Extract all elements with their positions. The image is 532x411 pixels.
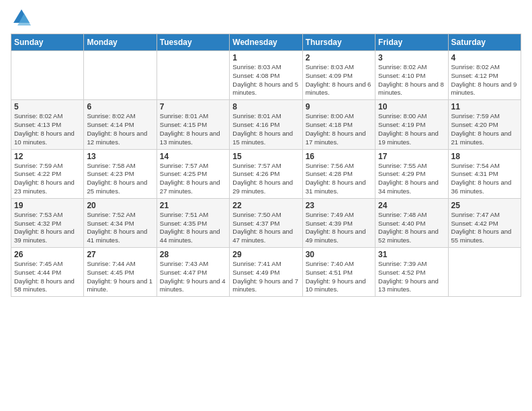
day-info: Sunrise: 7:56 AMSunset: 4:28 PMDaylight:… (306, 162, 372, 196)
weekday-header-saturday: Saturday (448, 34, 521, 51)
calendar-cell: 20Sunrise: 7:52 AMSunset: 4:34 PMDayligh… (84, 198, 157, 247)
day-info: Sunrise: 8:02 AMSunset: 4:10 PMDaylight:… (378, 63, 445, 97)
day-info: Sunrise: 7:45 AMSunset: 4:44 PMDaylight:… (14, 260, 81, 294)
day-info: Sunrise: 7:55 AMSunset: 4:29 PMDaylight:… (378, 162, 445, 196)
day-number: 1 (232, 53, 299, 62)
calendar-cell: 21Sunrise: 7:51 AMSunset: 4:35 PMDayligh… (157, 198, 229, 247)
day-number: 4 (451, 53, 518, 62)
calendar-cell: 27Sunrise: 7:44 AMSunset: 4:45 PMDayligh… (84, 248, 157, 297)
day-number: 9 (306, 102, 372, 111)
calendar-cell (448, 248, 521, 297)
weekday-header-friday: Friday (375, 34, 448, 51)
day-info: Sunrise: 7:49 AMSunset: 4:39 PMDaylight:… (306, 211, 372, 245)
calendar-cell: 23Sunrise: 7:49 AMSunset: 4:39 PMDayligh… (302, 198, 375, 247)
logo-icon (11, 7, 32, 28)
day-info: Sunrise: 7:53 AMSunset: 4:32 PMDaylight:… (14, 211, 81, 245)
day-number: 15 (232, 152, 299, 161)
weekday-header-sunday: Sunday (11, 34, 84, 51)
calendar-cell: 11Sunrise: 7:59 AMSunset: 4:20 PMDayligh… (448, 100, 521, 149)
weekday-header-tuesday: Tuesday (157, 34, 229, 51)
day-number: 26 (14, 250, 81, 259)
week-row-4: 19Sunrise: 7:53 AMSunset: 4:32 PMDayligh… (11, 198, 521, 247)
calendar-cell: 2Sunrise: 8:03 AMSunset: 4:09 PMDaylight… (302, 51, 375, 100)
day-number: 28 (160, 250, 226, 259)
calendar-cell: 31Sunrise: 7:39 AMSunset: 4:52 PMDayligh… (375, 248, 448, 297)
calendar-cell: 16Sunrise: 7:56 AMSunset: 4:28 PMDayligh… (302, 149, 375, 198)
day-number: 12 (14, 152, 81, 161)
calendar-cell: 29Sunrise: 7:41 AMSunset: 4:49 PMDayligh… (230, 248, 302, 297)
header (11, 7, 521, 28)
day-number: 31 (378, 250, 445, 259)
page: SundayMondayTuesdayWednesdayThursdayFrid… (0, 0, 532, 411)
day-info: Sunrise: 8:01 AMSunset: 4:15 PMDaylight:… (160, 112, 226, 146)
day-number: 10 (378, 102, 445, 111)
calendar-cell: 28Sunrise: 7:43 AMSunset: 4:47 PMDayligh… (157, 248, 229, 297)
day-info: Sunrise: 8:00 AMSunset: 4:19 PMDaylight:… (378, 112, 445, 146)
day-number: 21 (160, 201, 226, 210)
weekday-row: SundayMondayTuesdayWednesdayThursdayFrid… (11, 34, 521, 51)
day-number: 16 (306, 152, 372, 161)
calendar-cell (84, 51, 157, 100)
calendar-cell (11, 51, 84, 100)
day-info: Sunrise: 7:47 AMSunset: 4:42 PMDaylight:… (451, 211, 518, 245)
day-info: Sunrise: 8:02 AMSunset: 4:13 PMDaylight:… (14, 112, 81, 146)
week-row-5: 26Sunrise: 7:45 AMSunset: 4:44 PMDayligh… (11, 248, 521, 297)
day-info: Sunrise: 7:57 AMSunset: 4:26 PMDaylight:… (232, 162, 299, 196)
calendar-cell: 13Sunrise: 7:58 AMSunset: 4:23 PMDayligh… (84, 149, 157, 198)
day-info: Sunrise: 7:43 AMSunset: 4:47 PMDaylight:… (160, 260, 226, 294)
day-info: Sunrise: 8:01 AMSunset: 4:16 PMDaylight:… (232, 112, 299, 146)
calendar-cell: 6Sunrise: 8:02 AMSunset: 4:14 PMDaylight… (84, 100, 157, 149)
day-number: 5 (14, 102, 81, 111)
day-number: 23 (306, 201, 372, 210)
calendar-cell: 1Sunrise: 8:03 AMSunset: 4:08 PMDaylight… (230, 51, 302, 100)
calendar-cell: 10Sunrise: 8:00 AMSunset: 4:19 PMDayligh… (375, 100, 448, 149)
day-info: Sunrise: 7:54 AMSunset: 4:31 PMDaylight:… (451, 162, 518, 196)
calendar-cell: 3Sunrise: 8:02 AMSunset: 4:10 PMDaylight… (375, 51, 448, 100)
calendar-cell: 9Sunrise: 8:00 AMSunset: 4:18 PMDaylight… (302, 100, 375, 149)
week-row-1: 1Sunrise: 8:03 AMSunset: 4:08 PMDaylight… (11, 51, 521, 100)
day-number: 3 (378, 53, 445, 62)
day-number: 11 (451, 102, 518, 111)
weekday-header-monday: Monday (84, 34, 157, 51)
calendar-cell: 15Sunrise: 7:57 AMSunset: 4:26 PMDayligh… (230, 149, 302, 198)
day-info: Sunrise: 7:48 AMSunset: 4:40 PMDaylight:… (378, 211, 445, 245)
day-info: Sunrise: 7:41 AMSunset: 4:49 PMDaylight:… (232, 260, 299, 294)
day-number: 30 (306, 250, 372, 259)
calendar-cell: 17Sunrise: 7:55 AMSunset: 4:29 PMDayligh… (375, 149, 448, 198)
day-info: Sunrise: 7:52 AMSunset: 4:34 PMDaylight:… (87, 211, 153, 245)
day-number: 19 (14, 201, 81, 210)
calendar-cell: 4Sunrise: 8:02 AMSunset: 4:12 PMDaylight… (448, 51, 521, 100)
day-number: 17 (378, 152, 445, 161)
day-info: Sunrise: 7:57 AMSunset: 4:25 PMDaylight:… (160, 162, 226, 196)
day-number: 6 (87, 102, 153, 111)
calendar-cell: 25Sunrise: 7:47 AMSunset: 4:42 PMDayligh… (448, 198, 521, 247)
day-number: 8 (232, 102, 299, 111)
day-number: 2 (306, 53, 372, 62)
day-info: Sunrise: 8:03 AMSunset: 4:08 PMDaylight:… (232, 63, 299, 97)
day-info: Sunrise: 8:00 AMSunset: 4:18 PMDaylight:… (306, 112, 372, 146)
calendar-cell: 5Sunrise: 8:02 AMSunset: 4:13 PMDaylight… (11, 100, 84, 149)
day-info: Sunrise: 8:02 AMSunset: 4:12 PMDaylight:… (451, 63, 518, 97)
calendar-cell: 24Sunrise: 7:48 AMSunset: 4:40 PMDayligh… (375, 198, 448, 247)
day-number: 13 (87, 152, 153, 161)
day-number: 27 (87, 250, 153, 259)
day-info: Sunrise: 7:58 AMSunset: 4:23 PMDaylight:… (87, 162, 153, 196)
calendar-cell: 8Sunrise: 8:01 AMSunset: 4:16 PMDaylight… (230, 100, 302, 149)
calendar-body: 1Sunrise: 8:03 AMSunset: 4:08 PMDaylight… (11, 51, 521, 297)
day-info: Sunrise: 7:59 AMSunset: 4:20 PMDaylight:… (451, 112, 518, 146)
day-number: 20 (87, 201, 153, 210)
calendar-cell (157, 51, 229, 100)
calendar: SundayMondayTuesdayWednesdayThursdayFrid… (11, 34, 521, 297)
day-number: 22 (232, 201, 299, 210)
day-number: 14 (160, 152, 226, 161)
day-info: Sunrise: 7:59 AMSunset: 4:22 PMDaylight:… (14, 162, 81, 196)
weekday-header-wednesday: Wednesday (230, 34, 302, 51)
logo (11, 7, 35, 28)
calendar-cell: 14Sunrise: 7:57 AMSunset: 4:25 PMDayligh… (157, 149, 229, 198)
day-number: 29 (232, 250, 299, 259)
weekday-header-thursday: Thursday (302, 34, 375, 51)
day-number: 24 (378, 201, 445, 210)
day-info: Sunrise: 7:44 AMSunset: 4:45 PMDaylight:… (87, 260, 153, 294)
day-info: Sunrise: 7:39 AMSunset: 4:52 PMDaylight:… (378, 260, 445, 294)
calendar-cell: 30Sunrise: 7:40 AMSunset: 4:51 PMDayligh… (302, 248, 375, 297)
